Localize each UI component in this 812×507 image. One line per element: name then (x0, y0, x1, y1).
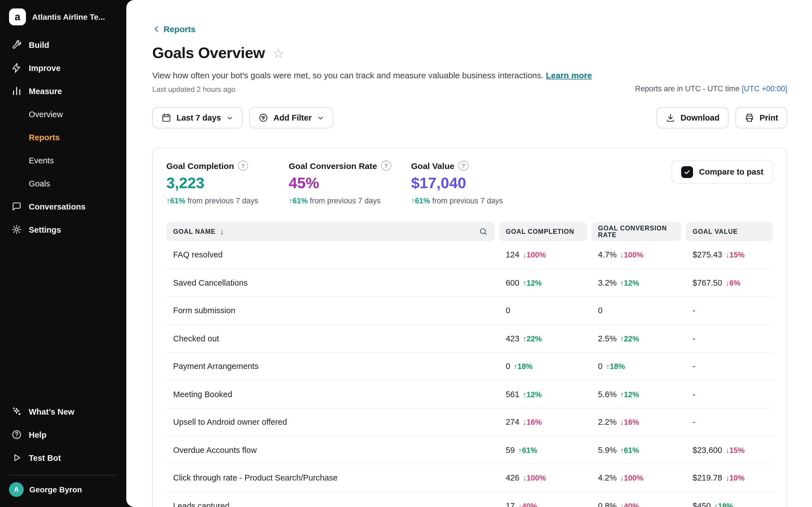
sidebar-item-settings[interactable]: Settings (6, 218, 121, 241)
sidebar-item-label: Settings (29, 225, 61, 234)
delta-down-arrow: ↓100% (620, 251, 644, 260)
table-row[interactable]: Checked out423↑22%2.5%↑22%- (166, 325, 773, 353)
user-menu[interactable]: A George Byron (0, 479, 126, 505)
workspace-switcher[interactable]: a Atlantis Airline Te... (0, 0, 126, 33)
compare-to-past-label: Compare to past (699, 167, 763, 176)
metric-delta: ↑61% from previous 7 days (411, 196, 534, 205)
info-circle-icon[interactable]: ? (238, 161, 248, 171)
table-row[interactable]: Form submission00- (166, 297, 773, 325)
goal-conversion-rate-cell: 5.6%↑12% (591, 390, 681, 399)
table-row[interactable]: Meeting Booked561↑12%5.6%↑12%- (166, 381, 773, 408)
page-description: View how often your bot's goals were met… (152, 70, 787, 80)
sidebar-item-improve[interactable]: Improve (6, 56, 121, 79)
compare-to-past-toggle[interactable]: Compare to past (671, 160, 773, 184)
table-row[interactable]: Click through rate - Product Search/Purc… (166, 464, 773, 492)
back-to-reports-link[interactable]: Reports (152, 24, 195, 34)
sidebar-item-events[interactable]: Events (6, 149, 121, 172)
add-filter-button[interactable]: Add Filter (249, 107, 333, 128)
goal-value-cell: - (686, 418, 773, 427)
goal-conversion-rate-cell-value: 3.2% (598, 278, 617, 287)
goal-value-cell-value: - (693, 418, 696, 427)
delta-down-arrow: ↓15% (725, 251, 745, 260)
goal-name-cell: Payment Arrangements (166, 362, 495, 371)
goal-conversion-rate-cell-value: 2.2% (598, 418, 617, 427)
goal-name-cell: Meeting Booked (166, 390, 495, 399)
delta-up-arrow: ↑12% (620, 390, 639, 399)
bar-chart-icon (11, 86, 22, 96)
table-row[interactable]: Leads captured17↓40%0.8%↓40%$450↑18% (166, 492, 773, 507)
delta-down-arrow: ↓16% (523, 418, 542, 427)
goal-value-cell: $219.78↓10% (686, 473, 773, 483)
sidebar-item-label: Test Bot (29, 453, 61, 462)
delta-down-arrow: ↓40% (518, 502, 538, 507)
goal-name-cell: Checked out (166, 334, 495, 343)
sidebar-item-what-s-new[interactable]: What’s New (6, 400, 121, 423)
delta-up-arrow: ↑22% (523, 335, 542, 343)
goal-completion-cell: 17↓40% (499, 501, 587, 507)
date-range-button[interactable]: Last 7 days (152, 107, 243, 128)
sidebar-item-measure[interactable]: Measure (6, 79, 121, 103)
info-circle-icon[interactable]: ? (381, 161, 391, 171)
checkbox-checked-icon[interactable] (681, 166, 693, 178)
sidebar-item-goals[interactable]: Goals (6, 172, 121, 195)
goal-conversion-rate-cell-value: 4.2% (598, 473, 617, 483)
favorite-star-icon[interactable]: ☆ (272, 47, 285, 60)
workspace-name: Atlantis Airline Te... (32, 12, 105, 21)
delta-up-arrow: ↑12% (523, 390, 542, 399)
column-header-goal-value[interactable]: GOAL VALUE (686, 222, 773, 241)
table-row[interactable]: Overdue Accounts flow59↑61%5.9%↑61%$23,6… (166, 436, 773, 464)
goal-value-cell-value: $275.43 (693, 250, 722, 260)
search-icon[interactable] (479, 227, 488, 236)
delta-up-arrow: ↑61% (411, 196, 430, 205)
download-button[interactable]: Download (656, 107, 728, 128)
goal-completion-cell: 423↑22% (499, 334, 587, 343)
metric-label-text: Goal Value (411, 161, 454, 170)
page-title: Goals Overview (152, 45, 265, 62)
goal-conversion-rate-cell: 2.2%↓16% (591, 418, 681, 427)
metric-delta: ↑61% from previous 7 days (166, 196, 289, 205)
table-row[interactable]: Saved Cancellations600↑12%3.2%↑12%$767.5… (166, 269, 773, 297)
sidebar-item-label: Build (29, 40, 49, 49)
goal-value-cell: $23,600↓15% (686, 446, 773, 455)
avatar: A (9, 482, 24, 497)
metric-delta-text: from previous 7 days (186, 196, 258, 205)
lightning-icon (11, 62, 22, 73)
delta-down-arrow: ↓16% (620, 418, 639, 427)
goal-conversion-rate-cell: 4.7%↓100% (591, 250, 681, 260)
goal-completion-cell-value: 59 (506, 446, 515, 455)
goal-conversion-rate-cell: 3.2%↑12% (591, 278, 681, 287)
filter-icon (258, 113, 268, 123)
timezone-note: Reports are in UTC - UTC time [UTC +00:0… (635, 84, 787, 93)
sidebar-item-build[interactable]: Build (6, 33, 121, 56)
sidebar-item-overview[interactable]: Overview (6, 103, 121, 126)
info-circle-icon[interactable]: ? (458, 161, 468, 171)
print-label: Print (760, 113, 778, 122)
learn-more-link[interactable]: Learn more (546, 70, 592, 80)
timezone-link[interactable]: [UTC +00:00] (742, 84, 787, 93)
goal-completion-cell: 274↓16% (499, 418, 587, 427)
play-icon (11, 452, 22, 463)
goal-completion-cell-value: 0 (506, 362, 510, 371)
column-header-goal-conversion-rate[interactable]: GOAL CONVERSION RATE (591, 222, 681, 241)
toolbar: Last 7 days Add Filter (152, 107, 787, 128)
goal-completion-cell-value: 0 (506, 306, 510, 315)
goal-name-cell: FAQ resolved (166, 250, 495, 260)
goal-name-cell: Upsell to Android owner offered (166, 418, 495, 427)
sidebar-item-reports[interactable]: Reports (6, 126, 121, 149)
table-row[interactable]: Payment Arrangements0↑18%0↑18%- (166, 353, 773, 381)
print-button[interactable]: Print (735, 107, 787, 128)
sidebar-item-conversations[interactable]: Conversations (6, 195, 121, 218)
sidebar-item-help[interactable]: Help (6, 423, 121, 446)
goal-completion-cell: 426↓100% (499, 473, 587, 483)
goal-completion-cell-value: 17 (506, 501, 515, 507)
table-row[interactable]: FAQ resolved124↓100%4.7%↓100%$275.43↓15% (166, 241, 773, 269)
sidebar-item-test-bot[interactable]: Test Bot (6, 446, 121, 469)
delta-up-arrow: ↑61% (518, 446, 538, 455)
help-icon (11, 429, 22, 440)
goal-conversion-rate-cell-value: 4.7% (598, 250, 617, 260)
column-header-goal-completion[interactable]: GOAL COMPLETION (499, 222, 587, 241)
metric-label: Goal Conversion Rate? (289, 161, 411, 171)
date-range-label: Last 7 days (176, 113, 221, 122)
table-row[interactable]: Upsell to Android owner offered274↓16%2.… (166, 408, 773, 436)
column-header-goal-name[interactable]: GOAL NAME ↓ (166, 222, 495, 241)
